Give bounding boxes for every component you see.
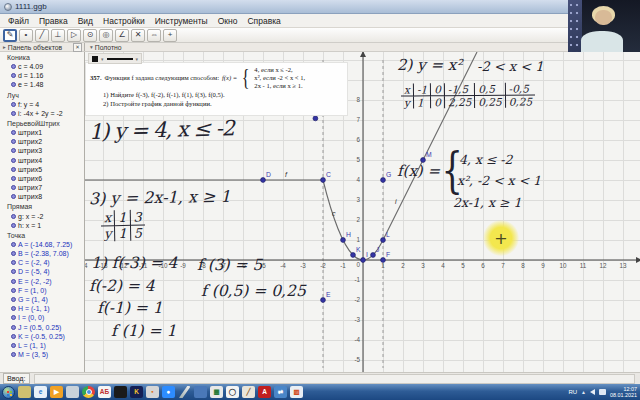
algebra-object-row[interactable]: d = 1.16 bbox=[0, 71, 84, 80]
menu-item-Справка[interactable]: Справка bbox=[242, 16, 285, 26]
object-visibility-dot-icon[interactable] bbox=[11, 111, 16, 116]
algebra-section-header[interactable]: ПерьевойШтрих bbox=[0, 118, 84, 128]
algebra-object-row[interactable]: B = (-2.38, 7.08) bbox=[0, 249, 84, 258]
algebra-object-row[interactable]: E = (-2, -2) bbox=[0, 277, 84, 286]
object-visibility-dot-icon[interactable] bbox=[11, 139, 16, 144]
collapse-arrow-icon[interactable]: ▸ bbox=[3, 44, 6, 50]
pen-line-style[interactable] bbox=[107, 58, 133, 60]
object-visibility-dot-icon[interactable] bbox=[11, 306, 16, 311]
object-visibility-dot-icon[interactable] bbox=[11, 73, 16, 78]
object-visibility-dot-icon[interactable] bbox=[11, 167, 16, 172]
point-I[interactable] bbox=[361, 258, 366, 263]
algebra-object-row[interactable]: G = (1, 4) bbox=[0, 295, 84, 304]
point-G[interactable] bbox=[381, 178, 386, 183]
algebra-object-row[interactable]: e = 1.48 bbox=[0, 80, 84, 89]
object-visibility-dot-icon[interactable] bbox=[11, 279, 16, 284]
algebra-object-row[interactable]: A = (-14.68, 7.25) bbox=[0, 240, 84, 249]
pen-tool[interactable]: ✎ bbox=[3, 29, 17, 42]
folder-window-icon[interactable] bbox=[66, 386, 79, 398]
algebra-object-row[interactable]: C = (-2, 4) bbox=[0, 258, 84, 267]
kompas-icon[interactable]: K bbox=[130, 386, 143, 398]
algebra-object-row[interactable]: штрих2 bbox=[0, 137, 84, 146]
point-J[interactable] bbox=[371, 253, 376, 258]
object-visibility-dot-icon[interactable] bbox=[11, 325, 16, 330]
menu-item-Файл[interactable]: Файл bbox=[3, 16, 34, 26]
algebra-object-row[interactable]: i: -4x + 2y = -2 bbox=[0, 109, 84, 118]
graphics-view[interactable]: -14-13-12-11-10-9-8-7-6-5-4-3-2-11234567… bbox=[85, 52, 640, 372]
algebra-object-row[interactable]: штрих8 bbox=[0, 192, 84, 201]
algebra-object-row[interactable]: c = 4.09 bbox=[0, 62, 84, 71]
system-tray[interactable]: RU ▲ 12:07 08.01.2021 bbox=[568, 386, 640, 398]
object-visibility-dot-icon[interactable] bbox=[11, 214, 16, 219]
collapse-arrow-icon[interactable]: ▾ bbox=[90, 44, 93, 50]
close-panel-icon[interactable]: ✕ bbox=[73, 43, 82, 52]
algebra-object-row[interactable]: H = (-1, 1) bbox=[0, 304, 84, 313]
algebra-object-row[interactable]: штрих6 bbox=[0, 174, 84, 183]
taskbar-clock[interactable]: 12:07 08.01.2021 bbox=[610, 386, 637, 398]
object-visibility-dot-icon[interactable] bbox=[11, 194, 16, 199]
tray-expand-icon[interactable]: ▲ bbox=[581, 389, 586, 395]
algebra-object-row[interactable]: J = (0.5, 0.25) bbox=[0, 323, 84, 332]
pen-style-bar[interactable]: ▾ ▾ bbox=[88, 53, 142, 64]
pencil-icon[interactable]: ╱ bbox=[242, 386, 255, 398]
menu-item-Инструменты[interactable]: Инструменты bbox=[150, 16, 213, 26]
point-F[interactable] bbox=[381, 258, 386, 263]
algebra-section-header[interactable]: Коника bbox=[0, 52, 84, 62]
canvas-panel-header[interactable]: ▾ Полотно bbox=[85, 43, 640, 51]
object-visibility-dot-icon[interactable] bbox=[11, 176, 16, 181]
object-visibility-dot-icon[interactable] bbox=[11, 130, 16, 135]
network-icon[interactable] bbox=[599, 389, 606, 395]
point-C[interactable] bbox=[321, 178, 326, 183]
menu-item-Окно[interactable]: Окно bbox=[213, 16, 243, 26]
slider-tool[interactable]: ⇔ bbox=[147, 29, 161, 42]
point-D[interactable] bbox=[261, 178, 266, 183]
object-visibility-dot-icon[interactable] bbox=[11, 260, 16, 265]
menu-item-Вид[interactable]: Вид bbox=[73, 16, 98, 26]
algebra-object-row[interactable]: штрих3 bbox=[0, 146, 84, 155]
chrome-icon[interactable] bbox=[82, 386, 95, 398]
app-blue-icon[interactable] bbox=[194, 386, 207, 398]
algebra-view[interactable]: Коникаc = 4.09d = 1.16e = 1.48Лучf: y = … bbox=[0, 52, 85, 372]
circle-tool[interactable]: ⊙ bbox=[83, 29, 97, 42]
object-visibility-dot-icon[interactable] bbox=[11, 269, 16, 274]
point-B[interactable] bbox=[313, 116, 318, 121]
app-gray-orange-icon[interactable]: ▪ bbox=[146, 386, 159, 398]
object-visibility-dot-icon[interactable] bbox=[11, 334, 16, 339]
algebra-object-row[interactable]: штрих1 bbox=[0, 128, 84, 137]
algebra-section-header[interactable]: Прямая bbox=[0, 201, 84, 211]
algebra-section-header[interactable]: Луч bbox=[0, 90, 84, 100]
start-button[interactable] bbox=[2, 386, 15, 399]
language-indicator[interactable]: RU bbox=[568, 389, 577, 395]
object-visibility-dot-icon[interactable] bbox=[11, 148, 16, 153]
object-visibility-dot-icon[interactable] bbox=[11, 82, 16, 87]
point-L[interactable] bbox=[381, 238, 386, 243]
point-tool[interactable]: • bbox=[19, 29, 33, 42]
menu-item-Правка[interactable]: Правка bbox=[34, 16, 73, 26]
algebra-object-row[interactable]: штрих5 bbox=[0, 165, 84, 174]
command-input[interactable] bbox=[34, 374, 635, 384]
media-player-icon[interactable]: ▶ bbox=[50, 386, 63, 398]
algebra-object-row[interactable]: I = (0, 0) bbox=[0, 313, 84, 322]
perpendicular-line-tool[interactable]: ⊥ bbox=[51, 29, 65, 42]
line-tool[interactable]: ╱ bbox=[35, 29, 49, 42]
geogebra-icon[interactable]: ◯ bbox=[226, 386, 239, 398]
excel-icon[interactable]: ▦ bbox=[210, 386, 223, 398]
algebra-panel-header[interactable]: ▸ Панель объектов ✕ bbox=[0, 43, 85, 51]
object-visibility-dot-icon[interactable] bbox=[11, 288, 16, 293]
object-visibility-dot-icon[interactable] bbox=[11, 343, 16, 348]
object-visibility-dot-icon[interactable] bbox=[11, 102, 16, 107]
object-visibility-dot-icon[interactable] bbox=[11, 315, 16, 320]
object-visibility-dot-icon[interactable] bbox=[11, 185, 16, 190]
algebra-object-row[interactable]: h: x = 1 bbox=[0, 221, 84, 230]
algebra-object-row[interactable]: L = (1, 1) bbox=[0, 341, 84, 350]
conic-tool[interactable]: ◎ bbox=[99, 29, 113, 42]
object-visibility-dot-icon[interactable] bbox=[11, 158, 16, 163]
algebra-object-row[interactable]: M = (3, 5) bbox=[0, 350, 84, 359]
object-visibility-dot-icon[interactable] bbox=[11, 297, 16, 302]
algebra-object-row[interactable]: штрих4 bbox=[0, 156, 84, 165]
angle-tool[interactable]: ∠ bbox=[115, 29, 129, 42]
translator-icon[interactable]: АБ bbox=[98, 386, 111, 398]
console-icon[interactable] bbox=[114, 386, 127, 398]
algebra-object-row[interactable]: K = (-0.5, 0.25) bbox=[0, 332, 84, 341]
algebra-object-row[interactable]: D = (-5, 4) bbox=[0, 267, 84, 276]
